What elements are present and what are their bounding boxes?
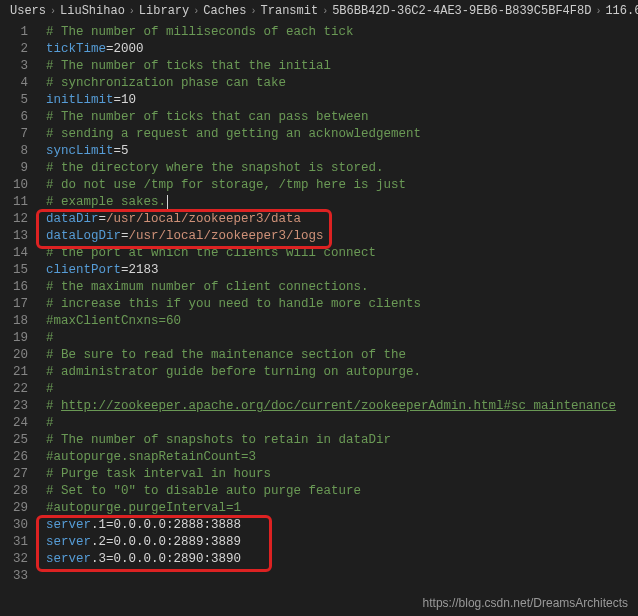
code-line[interactable]: # <box>46 415 638 432</box>
code-token: = <box>106 42 114 56</box>
code-editor[interactable]: 1234567891011121314151617181920212223242… <box>0 22 638 616</box>
code-line[interactable]: # sending a request and getting an ackno… <box>46 126 638 143</box>
line-number: 25 <box>0 432 28 449</box>
code-token: # Set to "0" to disable auto purge featu… <box>46 484 361 498</box>
code-line[interactable]: # Be sure to read the maintenance sectio… <box>46 347 638 364</box>
line-number: 20 <box>0 347 28 364</box>
code-line[interactable]: # administrator guide before turning on … <box>46 364 638 381</box>
code-token: # <box>46 331 54 345</box>
code-line[interactable]: # Purge task interval in hours <box>46 466 638 483</box>
code-line[interactable]: # synchronization phase can take <box>46 75 638 92</box>
code-token: # administrator guide before turning on … <box>46 365 421 379</box>
code-token: # synchronization phase can take <box>46 76 286 90</box>
code-line[interactable]: server.1=0.0.0.0:2888:3888 <box>46 517 638 534</box>
code-line[interactable]: syncLimit=5 <box>46 143 638 160</box>
code-line[interactable]: #maxClientCnxns=60 <box>46 313 638 330</box>
line-number: 4 <box>0 75 28 92</box>
code-line[interactable]: clientPort=2183 <box>46 262 638 279</box>
breadcrumb[interactable]: Users›LiuShihao›Library›Caches›Transmit›… <box>0 0 638 22</box>
breadcrumb-item[interactable]: Users <box>10 4 46 18</box>
code-token: server <box>46 552 91 566</box>
code-line[interactable]: # example sakes. <box>46 194 638 211</box>
code-line[interactable] <box>46 568 638 585</box>
chevron-right-icon: › <box>129 6 135 17</box>
code-token: = <box>121 229 129 243</box>
code-token: 5 <box>121 144 129 158</box>
breadcrumb-item[interactable]: 116.62 <box>605 4 638 18</box>
code-token: #maxClientCnxns=60 <box>46 314 181 328</box>
line-number: 18 <box>0 313 28 330</box>
code-line[interactable]: # Set to "0" to disable auto purge featu… <box>46 483 638 500</box>
code-token: # <box>46 382 54 396</box>
code-token: initLimit <box>46 93 114 107</box>
line-number: 12 <box>0 211 28 228</box>
code-token: = <box>114 144 122 158</box>
code-token: # sending a request and getting an ackno… <box>46 127 421 141</box>
code-line[interactable]: # increase this if you need to handle mo… <box>46 296 638 313</box>
code-line[interactable]: #autopurge.purgeInterval=1 <box>46 500 638 517</box>
code-area[interactable]: # The number of milliseconds of each tic… <box>36 22 638 616</box>
code-line[interactable]: dataLogDir=/usr/local/zookeeper3/logs <box>46 228 638 245</box>
code-token: = <box>114 93 122 107</box>
code-token: # The number of snapshots to retain in d… <box>46 433 391 447</box>
code-token: .3= <box>91 552 114 566</box>
code-token: 2183 <box>129 263 159 277</box>
line-number: 19 <box>0 330 28 347</box>
code-line[interactable]: initLimit=10 <box>46 92 638 109</box>
code-token: # The number of ticks that can pass betw… <box>46 110 369 124</box>
code-token: # Be sure to read the maintenance sectio… <box>46 348 406 362</box>
line-number: 29 <box>0 500 28 517</box>
code-line[interactable]: server.2=0.0.0.0:2889:3889 <box>46 534 638 551</box>
line-number: 33 <box>0 568 28 585</box>
line-number: 24 <box>0 415 28 432</box>
code-token: 10 <box>121 93 136 107</box>
code-token: syncLimit <box>46 144 114 158</box>
code-token: tickTime <box>46 42 106 56</box>
code-token: 0.0.0.0:2888:3888 <box>114 518 242 532</box>
line-number: 32 <box>0 551 28 568</box>
code-line[interactable]: # do not use /tmp for storage, /tmp here… <box>46 177 638 194</box>
code-token: # The number of ticks that the initial <box>46 59 331 73</box>
code-token: 2000 <box>114 42 144 56</box>
line-number: 16 <box>0 279 28 296</box>
code-token: # the port at which the clients will con… <box>46 246 376 260</box>
code-line[interactable]: # <box>46 381 638 398</box>
chevron-right-icon: › <box>50 6 56 17</box>
breadcrumb-item[interactable]: LiuShihao <box>60 4 125 18</box>
code-token: server <box>46 535 91 549</box>
code-line[interactable]: #autopurge.snapRetainCount=3 <box>46 449 638 466</box>
breadcrumb-item[interactable]: 5B6BB42D-36C2-4AE3-9EB6-B839C5BF4F8D <box>332 4 591 18</box>
code-line[interactable]: # The number of milliseconds of each tic… <box>46 24 638 41</box>
chevron-right-icon: › <box>193 6 199 17</box>
line-number: 2 <box>0 41 28 58</box>
line-number: 27 <box>0 466 28 483</box>
code-line[interactable]: tickTime=2000 <box>46 41 638 58</box>
line-number: 6 <box>0 109 28 126</box>
chevron-right-icon: › <box>595 6 601 17</box>
code-line[interactable]: # The number of ticks that the initial <box>46 58 638 75</box>
code-token: = <box>121 263 129 277</box>
code-token: dataLogDir <box>46 229 121 243</box>
line-number: 9 <box>0 160 28 177</box>
text-cursor <box>167 195 168 209</box>
line-number: 22 <box>0 381 28 398</box>
code-line[interactable]: # http://zookeeper.apache.org/doc/curren… <box>46 398 638 415</box>
code-line[interactable]: dataDir=/usr/local/zookeeper3/data <box>46 211 638 228</box>
line-number: 21 <box>0 364 28 381</box>
breadcrumb-item[interactable]: Transmit <box>261 4 319 18</box>
code-token: # the directory where the snapshot is st… <box>46 161 384 175</box>
breadcrumb-item[interactable]: Caches <box>203 4 246 18</box>
code-line[interactable]: # The number of ticks that can pass betw… <box>46 109 638 126</box>
code-line[interactable]: # the maximum number of client connectio… <box>46 279 638 296</box>
code-line[interactable]: # the directory where the snapshot is st… <box>46 160 638 177</box>
code-line[interactable]: # <box>46 330 638 347</box>
breadcrumb-item[interactable]: Library <box>139 4 189 18</box>
code-token: 0.0.0.0:2890:3890 <box>114 552 242 566</box>
code-token: server <box>46 518 91 532</box>
code-token: = <box>99 212 107 226</box>
code-line[interactable]: server.3=0.0.0.0:2890:3890 <box>46 551 638 568</box>
line-number: 8 <box>0 143 28 160</box>
code-line[interactable]: # The number of snapshots to retain in d… <box>46 432 638 449</box>
code-line[interactable]: # the port at which the clients will con… <box>46 245 638 262</box>
watermark: https://blog.csdn.net/DreamsArchitects <box>423 596 628 610</box>
